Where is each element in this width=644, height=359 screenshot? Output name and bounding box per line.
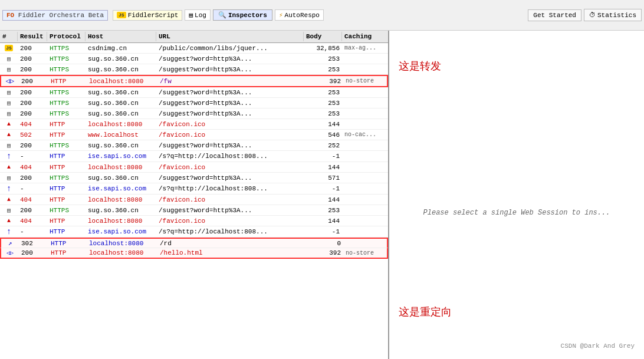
col-header-body: Body <box>304 32 342 41</box>
row-host: sug.so.360.cn <box>86 110 156 118</box>
fo-icon: FO <box>6 12 14 19</box>
row-icon-12: ▲ <box>0 163 18 171</box>
fo-full-label: Fiddler Orchestra Beta <box>14 12 104 19</box>
row-caching <box>342 69 388 70</box>
doc-icon: ▤ <box>7 66 11 73</box>
row-host: localhost:8080 <box>87 249 157 257</box>
table-row[interactable]: ▤ 200 HTTPS sug.so.360.cn /suggest?word=… <box>0 54 388 64</box>
arrow-up-icon: ↑ <box>6 184 11 193</box>
table-row[interactable]: ▤ 200 HTTPS sug.so.360.cn /suggest?word=… <box>0 98 388 108</box>
row-host: sug.so.360.cn <box>86 206 156 215</box>
row-host: sug.so.360.cn <box>86 141 156 150</box>
row-url: /favicon.ico <box>156 131 304 139</box>
row-icon-3: ▤ <box>0 65 18 74</box>
error-icon: ▲ <box>7 121 11 127</box>
row-protocol: HTTPS <box>47 110 86 118</box>
row-body: 253 <box>304 65 342 74</box>
table-row[interactable]: ↑ - HTTP ise.sapi.so.com /s?q=http://loc… <box>0 226 388 238</box>
error-icon: ▲ <box>7 218 11 224</box>
get-started-button[interactable]: Get Started <box>528 9 581 21</box>
row-body: 144 <box>304 120 342 129</box>
js-icon: JS <box>5 45 13 51</box>
row-url: /suggest?word=http%3A... <box>156 99 304 107</box>
row-protocol: HTTP <box>47 185 86 193</box>
row-body: 0 <box>305 239 343 248</box>
watermark: CSDN @Dark And Grey <box>556 338 639 354</box>
row-protocol: HTTP <box>48 249 87 257</box>
row-protocol: HTTP <box>47 120 86 129</box>
row-host: sug.so.360.cn <box>86 88 156 97</box>
row-body: 253 <box>304 110 342 118</box>
col-header-host: Host <box>86 32 156 41</box>
row-result: 404 <box>18 217 47 225</box>
doc-icon: ▤ <box>7 174 11 182</box>
row-protocol: HTTPS <box>47 88 86 97</box>
table-row[interactable]: ▤ 200 HTTPS sug.so.360.cn /suggest?word=… <box>0 173 388 183</box>
redirect-annotation: 这是重定向 <box>399 305 635 319</box>
table-row[interactable]: ▤ 200 HTTPS sug.so.360.cn /suggest?word=… <box>0 108 388 119</box>
right-panel: 这是转发 Please select a single Web Session … <box>389 31 644 359</box>
arrow-up-icon: ↑ <box>6 227 11 236</box>
row-body: -1 <box>304 152 342 160</box>
table-row[interactable]: ↗ 302 HTTP localhost:8080 /rd 0 <box>0 238 388 248</box>
row-protocol: HTTPS <box>47 55 86 63</box>
row-host: ise.sapi.so.com <box>86 185 156 193</box>
app-container: FO Fiddler Orchestra Beta JS FiddlerScri… <box>0 0 644 359</box>
row-url: /rd <box>157 239 305 248</box>
row-icon-13: ▤ <box>0 174 18 182</box>
inspectors-tab[interactable]: 🔍 Inspectors <box>213 9 272 21</box>
table-row[interactable]: JS 200 HTTPS csdnimg.cn /public/common/l… <box>0 43 388 54</box>
table-row[interactable]: ◁▷ 200 HTTP localhost:8080 /hello.html 3… <box>0 248 388 259</box>
row-caching: no-store <box>343 249 388 257</box>
row-host: localhost:8080 <box>87 77 157 85</box>
toolbar: FO Fiddler Orchestra Beta JS FiddlerScri… <box>0 0 644 31</box>
fiddlerscript-tab[interactable]: JS FiddlerScript <box>113 10 182 21</box>
col-header-num: # <box>0 32 18 41</box>
table-row[interactable]: ▤ 200 HTTPS sug.so.360.cn /suggest?word=… <box>0 140 388 151</box>
row-caching: no-cac... <box>342 131 388 139</box>
table-row[interactable]: ↑ - HTTP ise.sapi.so.com /s?q=http://loc… <box>0 151 388 162</box>
row-caching <box>342 145 388 146</box>
row-host: localhost:8080 <box>86 217 156 225</box>
row-icon-7: ▤ <box>0 110 18 118</box>
doc-icon: ▤ <box>7 207 11 214</box>
row-icon-8: ▲ <box>0 120 18 128</box>
statistics-button[interactable]: ⏱ Statistics <box>584 9 642 21</box>
table-row[interactable]: ▲ 404 HTTP localhost:8080 /favicon.ico 1… <box>0 216 388 226</box>
row-protocol: HTTP <box>47 131 86 139</box>
row-host: ise.sapi.so.com <box>86 228 156 236</box>
row-protocol: HTTPS <box>47 174 86 182</box>
row-url: /suggest?word=http%3A... <box>156 65 304 74</box>
table-row[interactable]: ▲ 404 HTTP localhost:8080 /favicon.ico 1… <box>0 162 388 173</box>
table-row[interactable]: ▤ 200 HTTPS sug.so.360.cn /suggest?word=… <box>0 205 388 216</box>
statistics-label: Statistics <box>597 12 636 19</box>
col-header-url: URL <box>156 32 304 41</box>
row-result: 404 <box>18 196 47 204</box>
table-row[interactable]: ◁▷ 200 HTTP localhost:8080 /fw 392 no-st… <box>0 75 388 87</box>
row-protocol: HTTP <box>47 196 86 204</box>
table-row[interactable]: ▲ 404 HTTP localhost:8080 /favicon.ico 1… <box>0 119 388 130</box>
row-url: /suggest?word=http%3A... <box>156 141 304 150</box>
table-row[interactable]: ▤ 200 HTTPS sug.so.360.cn /suggest?word=… <box>0 64 388 75</box>
row-icon-15: ▲ <box>0 196 18 203</box>
table-row[interactable]: ▲ 502 HTTP www.localhost /favicon.ico 54… <box>0 130 388 140</box>
row-protocol: HTTPS <box>47 99 86 107</box>
row-host: sug.so.360.cn <box>86 65 156 74</box>
row-result: - <box>18 228 47 236</box>
row-result: 200 <box>19 77 48 85</box>
row-url: /suggest?word=http%3A... <box>156 174 304 182</box>
error-icon: ▲ <box>7 164 11 170</box>
table-row[interactable]: ↑ - HTTP ise.sapi.so.com /s?q=http://loc… <box>0 183 388 195</box>
row-host: sug.so.360.cn <box>86 174 156 182</box>
row-host: localhost:8080 <box>86 120 156 129</box>
row-result: 200 <box>18 141 47 150</box>
autoresp-tab[interactable]: ⚡ AutoRespo <box>275 9 324 21</box>
log-tab[interactable]: ▤ Log <box>185 9 210 21</box>
table-row[interactable]: ▲ 404 HTTP localhost:8080 /favicon.ico 1… <box>0 195 388 205</box>
doc-icon: ▤ <box>7 142 11 149</box>
row-icon-18: ↑ <box>0 226 18 237</box>
table-row[interactable]: ▤ 200 HTTPS sug.so.360.cn /suggest?word=… <box>0 87 388 98</box>
row-body: 144 <box>304 163 342 172</box>
row-caching <box>342 231 388 232</box>
row-result: - <box>18 185 47 193</box>
